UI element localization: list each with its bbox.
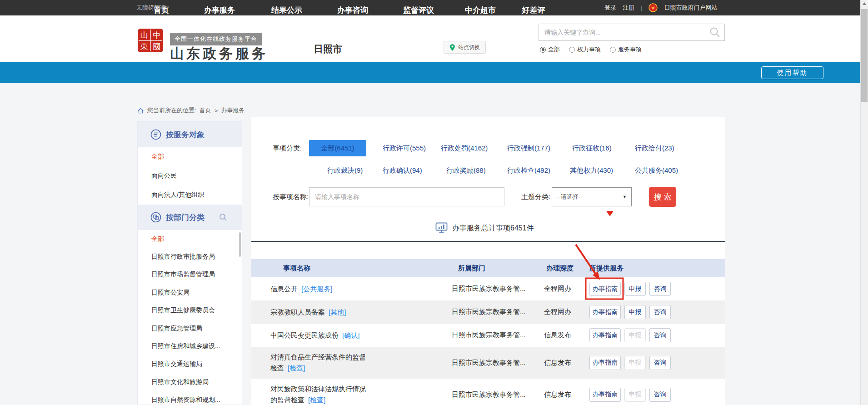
tab-all[interactable]: 全部(6451)	[309, 140, 366, 156]
item-name[interactable]: 信息公开	[270, 285, 298, 293]
item-depth: 信息发布	[544, 359, 589, 367]
nav-supervision[interactable]: 监督评议	[403, 0, 434, 20]
site-switch-button[interactable]: 站点切换	[444, 41, 486, 54]
item-department: 日照市民族宗教事务管...	[452, 390, 544, 399]
nav-services[interactable]: 办事服务	[204, 0, 235, 20]
tab-administrative-coercion[interactable]: 行政强制(177)	[507, 140, 550, 156]
item-name[interactable]: 宗教教职人员备案	[270, 308, 325, 316]
dept-item[interactable]: 日照市住房和城乡建设...	[138, 337, 242, 355]
item-tag-link[interactable]: [公共服务]	[301, 285, 332, 293]
dept-item[interactable]: 日照市行政审批服务局	[138, 248, 242, 265]
breadcrumb: 您当前所在的位置: 首页 > 办事服务	[137, 105, 244, 115]
dept-item[interactable]: 日照市市场监督管理局	[138, 266, 242, 284]
divider	[251, 241, 725, 242]
item-department: 日照市民族宗教事务管...	[452, 331, 544, 340]
tab-administrative-award[interactable]: 行政奖励(88)	[446, 162, 486, 179]
declare-button-disabled: 申报	[624, 356, 646, 370]
item-tag-link[interactable]: [确认]	[342, 331, 359, 339]
item-tag-link[interactable]: [其他]	[329, 308, 346, 316]
item-department: 日照市民族宗教事务管...	[452, 308, 544, 316]
sidebar-section-department: 按部门分类	[138, 205, 242, 230]
guide-button[interactable]: 办事指南	[589, 305, 621, 319]
nav-agency-market[interactable]: 中介超市	[465, 0, 496, 20]
dept-item[interactable]: 日照市应急管理局	[138, 320, 242, 337]
consult-button[interactable]: 咨询	[649, 328, 671, 342]
sidebar-item-legal-person[interactable]: 面向法人/其他组织	[138, 185, 242, 205]
dept-item[interactable]: 日照市卫生健康委员会	[138, 302, 242, 320]
radio-dot	[569, 47, 575, 53]
scroll-up-icon[interactable]	[863, 2, 866, 5]
col-services: 所提供服务	[589, 264, 725, 273]
declare-button[interactable]: 申报	[624, 282, 646, 296]
radio-power-items[interactable]: 权力事项	[569, 45, 601, 54]
consult-button[interactable]: 咨询	[649, 356, 671, 370]
item-tag-link[interactable]: [检查]	[308, 396, 325, 404]
svg-text:山: 山	[140, 31, 148, 40]
item-tag-link[interactable]: [检查]	[288, 364, 305, 372]
radio-service-items[interactable]: 服务事项	[610, 45, 642, 54]
tab-public-service[interactable]: 公共服务(405)	[635, 162, 678, 179]
table-row: 宗教教职人员备案[其他] 日照市民族宗教事务管... 全程网办 办事指南 申报 …	[251, 300, 725, 324]
item-department: 日照市民族宗教事务管...	[452, 359, 544, 367]
table-row: 中国公民变更民族成份[确认] 日照市民族宗教事务管... 信息发布 办事指南 申…	[251, 324, 725, 347]
dept-item[interactable]: 日照市自然资源和规划...	[138, 391, 242, 405]
item-name[interactable]: 中国公民变更民族成份	[270, 331, 339, 339]
sidebar-item-citizen[interactable]: 面向公民	[138, 166, 242, 185]
radio-all[interactable]: 全部	[540, 45, 560, 54]
search-button[interactable]: 搜 索	[649, 187, 676, 207]
tab-administrative-ruling[interactable]: 行政裁决(9)	[327, 162, 363, 179]
consult-button[interactable]: 咨询	[649, 388, 671, 402]
sidebar-scrollbar[interactable]	[239, 232, 241, 257]
nav-rating[interactable]: 好差评	[522, 0, 545, 20]
category-filter-label: 事项分类:	[273, 140, 302, 156]
topic-select[interactable]: --请选择-- ▼	[552, 187, 632, 206]
item-depth: 信息发布	[544, 390, 589, 399]
portal-link[interactable]: 日照市政府门户网站	[664, 4, 717, 12]
breadcrumb-home[interactable]: 首页	[200, 106, 211, 115]
dept-item[interactable]: 日照市文化和旅游局	[138, 373, 242, 391]
breadcrumb-separator: >	[215, 107, 218, 114]
page-scrollbar[interactable]	[860, 0, 868, 405]
guide-button[interactable]: 办事指南	[589, 388, 621, 402]
tab-administrative-penalty[interactable]: 行政处罚(4162)	[441, 140, 488, 156]
nav-home[interactable]: 首页	[154, 0, 169, 20]
sidebar-item-all[interactable]: 全部	[138, 147, 242, 166]
search-icon[interactable]	[709, 26, 721, 38]
item-depth: 全程网办	[544, 285, 589, 293]
dept-item[interactable]: 日照市交通运输局	[138, 355, 242, 373]
dept-item-all[interactable]: 全部	[138, 230, 242, 248]
national-emblem-icon: ★	[649, 3, 658, 12]
service-object-list: 全部 面向公民 面向法人/其他组织	[138, 147, 242, 205]
tab-administrative-license[interactable]: 行政许可(555)	[383, 140, 426, 156]
section-title: 按部门分类	[166, 212, 205, 223]
guide-button[interactable]: 办事指南	[589, 282, 621, 296]
squares-circle-icon	[150, 212, 161, 223]
department-search-icon[interactable]	[219, 213, 227, 221]
tab-administrative-confirmation[interactable]: 行政确认(94)	[383, 162, 422, 179]
topic-label: 主题分类:	[521, 187, 550, 206]
guide-button[interactable]: 办事指南	[589, 356, 621, 370]
search-scope-radios: 全部 权力事项 服务事项	[540, 45, 642, 54]
register-link[interactable]: 注册	[623, 4, 634, 12]
tab-administrative-payment[interactable]: 行政给付(23)	[635, 140, 674, 156]
tab-administrative-levy[interactable]: 行政征收(16)	[572, 140, 612, 156]
tab-other-powers[interactable]: 其他权力(430)	[570, 162, 613, 179]
consult-button[interactable]: 咨询	[649, 305, 671, 319]
nav-consult[interactable]: 办事咨询	[337, 0, 368, 20]
item-name[interactable]: 对清真食品生产经营条件的监督 检查	[270, 353, 366, 372]
scrollbar-thumb[interactable]	[861, 9, 868, 102]
guide-button[interactable]: 办事指南	[589, 328, 621, 342]
tab-administrative-inspection[interactable]: 行政检查(492)	[507, 162, 550, 179]
sidebar: 按服务对象 全部 面向公民 面向法人/其他组织 按部门分类 全部 日照市行政审批…	[137, 121, 242, 405]
nav-results[interactable]: 结果公示	[271, 0, 302, 20]
declare-button[interactable]: 申报	[624, 305, 646, 319]
svg-text:★: ★	[651, 5, 655, 10]
login-link[interactable]: 登录	[604, 4, 616, 12]
header	[0, 15, 860, 62]
dept-item[interactable]: 日照市公安局	[138, 284, 242, 301]
keyword-search-input[interactable]	[539, 29, 709, 36]
item-name-input[interactable]	[309, 187, 504, 206]
help-button[interactable]: 使用帮助	[761, 66, 823, 79]
consult-button[interactable]: 咨询	[649, 282, 671, 296]
col-depth: 办理深度	[544, 264, 589, 273]
